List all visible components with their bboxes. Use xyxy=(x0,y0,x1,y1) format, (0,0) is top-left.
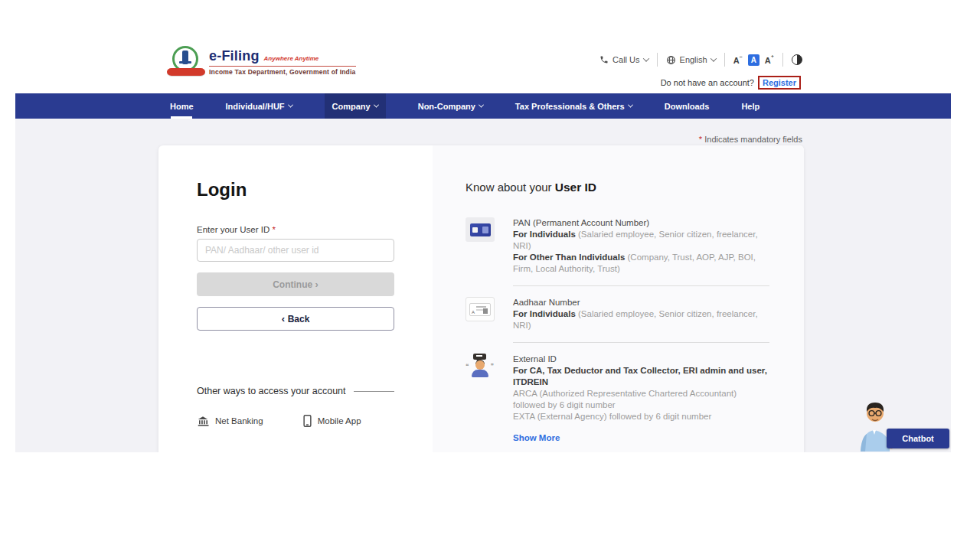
nav-item-tax-professionals[interactable]: Tax Professionals & Others xyxy=(515,93,632,119)
brand-subtitle: Income Tax Department, Government of Ind… xyxy=(209,68,356,76)
language-label: English xyxy=(680,55,707,64)
nav-item-individual-huf[interactable]: Individual/HUF xyxy=(226,93,292,119)
divider xyxy=(513,342,769,343)
language-menu[interactable]: English xyxy=(666,55,716,65)
nav-item-downloads[interactable]: Downloads xyxy=(665,93,710,119)
main-navbar: Home Individual/HUF Company Non-Company … xyxy=(15,93,951,119)
account-prompt-row: Do not have an account? Register xyxy=(661,76,801,90)
efiling-logo[interactable]: e-Filing Anywhere Anytime Income Tax Dep… xyxy=(170,46,356,78)
user-id-label: Enter your User ID * xyxy=(197,225,394,234)
login-pane: Login Enter your User ID * Continue › ‹ … xyxy=(158,145,433,452)
know-about-userid-pane: Know about your User ID PAN (Permanent A… xyxy=(433,145,804,452)
net-banking-option[interactable]: Net Banking xyxy=(197,415,263,427)
mobile-icon xyxy=(303,415,312,427)
header-controls: Call Us English A⁻ A A⁺ xyxy=(599,53,802,67)
pan-card-icon xyxy=(466,217,495,242)
user-id-input[interactable] xyxy=(197,239,394,262)
login-card: Login Enter your User ID * Continue › ‹ … xyxy=(158,145,804,452)
page-bottom-margin xyxy=(0,452,980,551)
phone-icon xyxy=(599,55,609,64)
brand-tagline: Anywhere Anytime xyxy=(264,55,319,62)
external-id-title: External ID xyxy=(513,354,769,365)
show-more-link[interactable]: Show More xyxy=(513,432,769,444)
access-options-row: Net Banking Mobile App xyxy=(197,415,394,427)
know-heading: Know about your User ID xyxy=(466,181,769,194)
mobile-app-option[interactable]: Mobile App xyxy=(303,415,361,427)
font-size-controls: A⁻ A A⁺ xyxy=(733,54,774,66)
brand-title: e-Filing xyxy=(209,48,260,64)
aadhaar-title: Aadhaar Number xyxy=(513,297,769,308)
call-us-menu[interactable]: Call Us xyxy=(599,55,648,64)
userid-type-aadhaar: A Aadhaar Number For Individuals (Salari… xyxy=(466,297,769,331)
nav-item-company[interactable]: Company xyxy=(325,93,386,119)
chevron-down-icon xyxy=(479,103,484,108)
login-title: Login xyxy=(197,179,394,201)
divider xyxy=(782,53,783,67)
chevron-down-icon xyxy=(642,55,648,61)
chevron-down-icon xyxy=(288,103,293,108)
chatbot-button[interactable]: Chatbot xyxy=(887,429,949,448)
register-link[interactable]: Register xyxy=(758,76,801,90)
nav-item-home[interactable]: Home xyxy=(170,93,194,119)
divider xyxy=(657,53,658,67)
continue-button[interactable]: Continue › xyxy=(197,272,394,296)
chevron-left-icon: ‹ xyxy=(282,313,288,324)
pan-title: PAN (Permanent Account Number) xyxy=(513,217,769,229)
chevron-down-icon xyxy=(374,103,379,108)
required-mark: * xyxy=(272,225,275,234)
chevron-down-icon xyxy=(710,55,716,61)
userid-type-pan: PAN (Permanent Account Number) For Indiv… xyxy=(466,217,769,275)
nav-item-non-company[interactable]: Non-Company xyxy=(418,93,483,119)
bank-icon xyxy=(197,416,209,427)
account-prompt: Do not have an account? xyxy=(661,78,754,87)
divider xyxy=(513,285,769,286)
globe-icon xyxy=(666,55,676,65)
divider xyxy=(354,391,394,392)
chevron-right-icon: › xyxy=(315,279,318,290)
page-content-area: * Indicates mandatory fields Login Enter… xyxy=(15,119,951,452)
other-ways-heading: Other ways to access your account xyxy=(197,386,394,396)
font-increase-button[interactable]: A⁺ xyxy=(765,54,774,65)
mandatory-fields-note: * Indicates mandatory fields xyxy=(699,135,802,144)
userid-type-external: ❝ ❞ External ID For CA, Tax Deductor and… xyxy=(466,354,769,444)
nav-item-help[interactable]: Help xyxy=(741,93,760,119)
external-id-icon: ❝ ❞ xyxy=(466,354,495,381)
contrast-toggle-icon[interactable] xyxy=(792,54,802,65)
national-emblem-icon xyxy=(170,46,202,78)
brand-text: e-Filing Anywhere Anytime Income Tax Dep… xyxy=(209,48,356,76)
back-button[interactable]: ‹ Back xyxy=(197,307,394,331)
font-default-button[interactable]: A xyxy=(748,54,760,66)
divider xyxy=(724,53,725,67)
call-us-label: Call Us xyxy=(612,55,639,64)
font-decrease-button[interactable]: A⁻ xyxy=(733,54,743,65)
efiling-portal-page: e-Filing Anywhere Anytime Income Tax Dep… xyxy=(0,0,980,551)
chevron-down-icon xyxy=(628,103,633,108)
aadhaar-card-icon: A xyxy=(466,297,495,321)
